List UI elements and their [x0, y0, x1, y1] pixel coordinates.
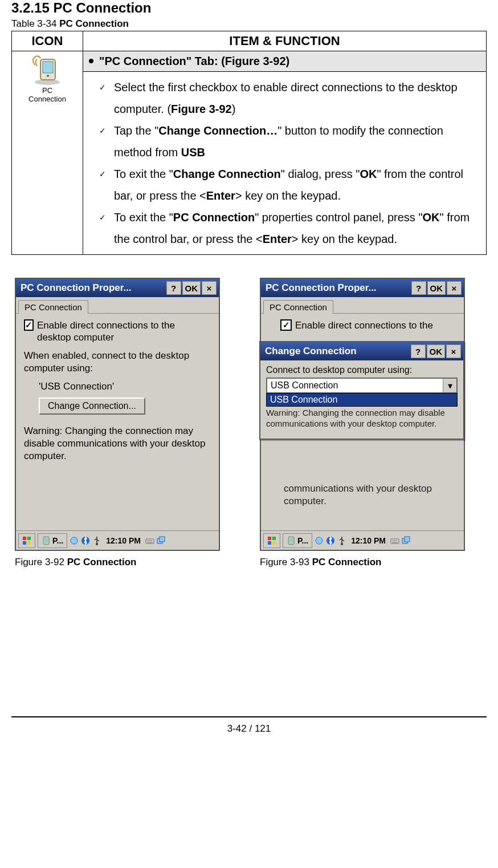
checkbox-icon[interactable] [24, 319, 34, 331]
figure-a: PC Connection Proper... ? OK × PC Connec… [15, 278, 226, 568]
bluetooth-icon[interactable] [326, 536, 335, 545]
taskbar-app[interactable]: P... [38, 533, 67, 548]
network-icon[interactable] [70, 536, 79, 545]
pda-icon [287, 536, 296, 545]
keyboard-icon[interactable] [390, 536, 399, 545]
combo-value: USB Connection [267, 380, 443, 391]
figure-a-caption: Figure 3-92 PC Connection [15, 557, 226, 568]
figure-b-caption: Figure 3-93 PC Connection [260, 557, 471, 568]
titlebar: PC Connection Proper... ? OK × [16, 279, 219, 297]
check-icon: ✓ [99, 167, 106, 182]
checkbox-icon[interactable] [280, 319, 292, 331]
window-title: PC Connection Proper... [18, 282, 165, 294]
svg-rect-27 [391, 539, 399, 543]
close-button[interactable]: × [447, 281, 462, 295]
section-name: PC Connection [53, 0, 151, 15]
ok-button[interactable]: OK [182, 281, 201, 295]
network-icon[interactable] [315, 536, 324, 545]
list-item: ✓ To exit the "PC Connection" properties… [99, 206, 481, 250]
icon-cell: PC Connection [12, 51, 83, 255]
start-button[interactable] [18, 533, 35, 548]
section-title: 3.2.15 PC Connection [11, 0, 487, 16]
taskbar: P... 12:10 PM [16, 530, 219, 550]
pda-icon [42, 536, 51, 545]
svg-point-24 [316, 537, 323, 544]
cascade-icon[interactable] [402, 536, 411, 545]
checkbox-label: Enable direct connections to the [295, 319, 433, 331]
svg-rect-21 [272, 541, 276, 545]
taskbar-app[interactable]: P... [283, 533, 312, 548]
checkbox-label: Enable direct connections to the desktop… [37, 319, 211, 344]
table-caption: Table 3-34 PC Connection [11, 18, 487, 30]
tab-pc-connection[interactable]: PC Connection [18, 300, 88, 314]
checkbox-enable-direct[interactable]: Enable direct connections to the [269, 319, 456, 331]
page-footer: 3-42 / 121 [11, 716, 487, 735]
th-item: ITEM & FUNCTION [83, 31, 487, 51]
th-icon: ICON [12, 31, 83, 51]
background-warning-text: communications with your desktop compute… [284, 481, 456, 508]
svg-point-10 [71, 537, 77, 544]
panel-body: Enable direct connections to the desktop… [16, 314, 219, 530]
svg-rect-19 [272, 537, 276, 540]
combo-dropdown[interactable]: USB Connection [266, 393, 458, 407]
dialog-title: Change Connection [263, 346, 410, 357]
clock: 12:10 PM [104, 536, 143, 545]
icon-label: PC Connection [27, 87, 67, 104]
ok-button[interactable]: OK [427, 344, 446, 358]
keyboard-icon[interactable] [145, 536, 154, 545]
list-item: ✓ To exit the "Change Connection" dialog… [99, 163, 481, 206]
check-icon: ✓ [99, 123, 106, 139]
svg-rect-7 [27, 541, 31, 545]
svg-rect-2 [43, 62, 53, 73]
svg-point-12 [96, 543, 98, 545]
window-pc-connection-properties: PC Connection Proper... ? OK × PC Connec… [15, 278, 220, 551]
ok-button[interactable]: OK [427, 281, 446, 295]
svg-rect-31 [405, 537, 410, 542]
titlebar: PC Connection Proper... ? OK × [261, 279, 464, 297]
window-title: PC Connection Proper... [263, 282, 410, 294]
main-table: ICON ITEM & FUNCTION PC Connection [11, 31, 487, 255]
connection-name: 'USB Connection' [24, 380, 211, 393]
change-connection-button[interactable]: Change Connection... [39, 398, 145, 415]
when-enabled-text: When enabled, connect to the desktop com… [24, 350, 211, 375]
cascade-icon[interactable] [157, 536, 166, 545]
bluetooth-icon[interactable] [81, 536, 90, 545]
tab-header-row: "PC Connection" Tab: (Figure 3-92) [83, 51, 487, 72]
close-button[interactable]: × [202, 281, 217, 295]
help-button[interactable]: ? [411, 344, 426, 358]
combo-option-usb[interactable]: USB Connection [267, 394, 457, 406]
dialog-titlebar: Change Connection ? OK × [260, 342, 463, 360]
tab-pc-connection[interactable]: PC Connection [263, 300, 333, 314]
tabstrip: PC Connection [16, 297, 219, 314]
svg-point-26 [341, 543, 343, 545]
figures-row: PC Connection Proper... ? OK × PC Connec… [11, 278, 487, 568]
help-button[interactable]: ? [411, 281, 426, 295]
dialog-warning: Warning: Changing the connection may dis… [266, 408, 458, 429]
check-icon: ✓ [99, 80, 106, 95]
pc-connection-icon: PC Connection [27, 55, 67, 104]
svg-rect-9 [44, 538, 48, 542]
svg-rect-18 [268, 537, 271, 540]
warning-text: Warning: Changing the connection may dis… [24, 425, 211, 463]
help-button[interactable]: ? [166, 281, 181, 295]
close-button[interactable]: × [446, 344, 461, 358]
dialog-label: Connect to desktop computer using: [266, 365, 458, 375]
bullet-icon [89, 59, 93, 63]
chevron-down-icon[interactable]: ▾ [443, 379, 456, 392]
checkbox-enable-direct[interactable]: Enable direct connections to the desktop… [24, 319, 211, 344]
connection-combo[interactable]: USB Connection ▾ [266, 378, 458, 394]
figure-b: PC Connection Proper... ? OK × PC Connec… [260, 278, 471, 568]
tabstrip: PC Connection [261, 297, 464, 314]
usb-icon[interactable] [92, 536, 101, 545]
svg-point-3 [47, 75, 49, 77]
panel-body: Enable direct connections to the Change … [261, 314, 464, 530]
svg-rect-20 [268, 541, 271, 545]
start-button[interactable] [263, 533, 280, 548]
clock: 12:10 PM [349, 536, 388, 545]
check-icon: ✓ [99, 210, 106, 225]
dialog-body: Connect to desktop computer using: USB C… [260, 360, 463, 439]
window-pc-connection-properties-b: PC Connection Proper... ? OK × PC Connec… [260, 278, 465, 551]
svg-rect-23 [289, 538, 293, 542]
usb-icon[interactable] [337, 536, 346, 545]
windows-flag-icon [22, 536, 31, 545]
